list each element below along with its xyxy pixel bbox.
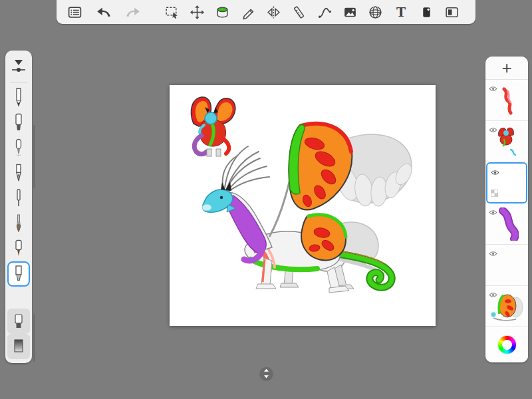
text-tool-glyph: T — [396, 6, 406, 19]
layers-panel: + — [485, 57, 528, 362]
layer-thumbnail-dragon-painting — [485, 286, 528, 327]
undo-icon[interactable] — [94, 3, 114, 21]
layer-row-6[interactable] — [485, 286, 528, 327]
canvas-fit-button[interactable] — [260, 367, 273, 380]
pencil-icon[interactable] — [238, 3, 258, 21]
tools-group: T — [156, 3, 467, 21]
drawing-canvas[interactable] — [170, 85, 436, 326]
layer-visibility-eye-icon[interactable] — [491, 166, 499, 178]
text-tool-icon[interactable]: T — [391, 3, 411, 21]
fit-arrows-icon — [263, 368, 270, 378]
top-toolbar: T — [57, 0, 475, 24]
ruler-icon[interactable] — [289, 3, 309, 21]
paint-can-icon[interactable] — [213, 3, 233, 21]
brush-panel-scrollbar-lower[interactable] — [33, 314, 35, 362]
small-dragon-sketch — [191, 97, 235, 156]
symmetry-icon[interactable] — [263, 3, 283, 21]
color-wheel-row — [485, 327, 528, 362]
perspective-globe-icon[interactable] — [366, 3, 386, 21]
image-import-icon[interactable] — [340, 3, 360, 21]
history-group — [65, 3, 143, 21]
layer-row-4[interactable] — [485, 203, 528, 245]
layer-thumbnail-purple-stroke — [485, 203, 528, 244]
brush-panel — [5, 51, 32, 363]
add-layer-label: + — [501, 58, 511, 78]
brush-chisel-tip-marker[interactable] — [7, 261, 30, 287]
window-layout-icon[interactable] — [442, 3, 462, 21]
brush-size-puck-icon[interactable] — [7, 55, 30, 80]
sketch-app: { "app": { "background_color": "#7d7d7d"… — [0, 0, 532, 399]
brush-ink-pen[interactable] — [7, 160, 30, 186]
brush-pencil[interactable] — [7, 84, 30, 110]
layer-row-1[interactable] — [485, 80, 528, 121]
brush-gradient[interactable] — [7, 334, 30, 359]
transparency-checker-icon — [491, 188, 498, 200]
brush-panel-divider — [10, 82, 27, 82]
brush-paintbrush[interactable] — [7, 211, 30, 236]
brush-flat-smudge[interactable] — [7, 309, 30, 334]
brush-fine-liner[interactable] — [7, 186, 30, 211]
color-wheel-button[interactable] — [498, 336, 516, 354]
add-layer-button[interactable]: + — [485, 57, 528, 80]
layer-row-2[interactable] — [485, 121, 528, 162]
layer-visibility-eye-icon[interactable] — [489, 247, 497, 259]
layer-thumbnail-dragon-sketch — [485, 121, 528, 162]
layer-row-5[interactable] — [485, 245, 528, 286]
redo-icon[interactable] — [123, 3, 143, 21]
dragon-artwork — [170, 85, 436, 326]
brush-panel-scrollbar[interactable] — [33, 125, 35, 188]
layer-thumbnail-pink-squiggle — [485, 80, 528, 120]
brush-airbrush[interactable] — [7, 135, 30, 160]
layer-row-3-selected[interactable] — [486, 162, 527, 203]
brush-chisel-marker[interactable] — [7, 110, 30, 135]
marquee-select-icon[interactable] — [162, 3, 182, 21]
curve-stroke-icon[interactable] — [315, 3, 334, 21]
transform-move-icon[interactable] — [188, 3, 207, 21]
brush-marker[interactable] — [7, 236, 30, 261]
menu-list-icon[interactable] — [65, 3, 84, 21]
color-swatch-icon[interactable] — [416, 3, 436, 21]
